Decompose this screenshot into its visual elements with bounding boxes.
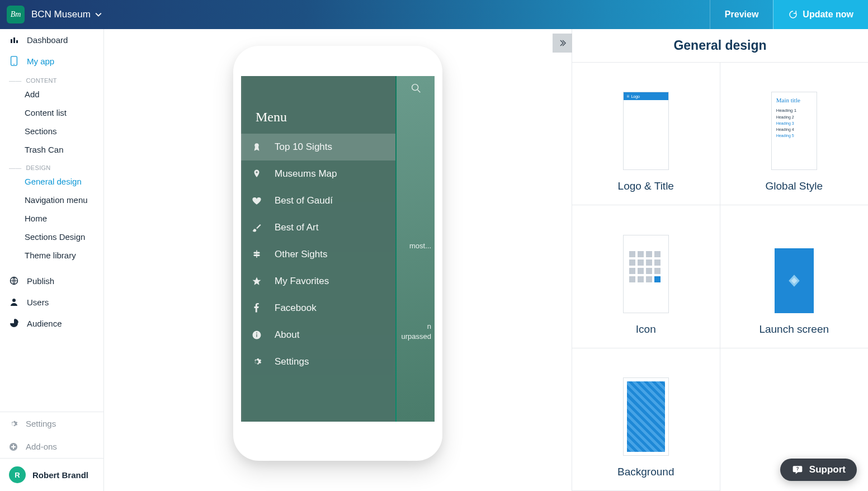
tile-thumb: ≡Logo	[623, 92, 669, 170]
globe-icon	[9, 276, 19, 286]
tile-thumb	[623, 377, 669, 456]
tile-thumb	[623, 235, 669, 313]
device-frame: most... n urpassed Menu Top 10 SightsMus…	[233, 46, 442, 461]
drawer-item-label: My Favorites	[275, 276, 329, 287]
drawer-item-label: Other Sights	[275, 249, 328, 260]
preview-button[interactable]: Preview	[710, 0, 773, 29]
drawer-item-label: Best of Art	[275, 222, 318, 233]
signpost-icon	[251, 249, 262, 260]
svg-point-6	[12, 299, 16, 302]
svg-point-10	[256, 171, 257, 173]
drawer-item-ribbon[interactable]: Top 10 Sights	[241, 134, 395, 160]
star-icon	[251, 276, 262, 287]
chevron-down-icon[interactable]	[95, 11, 102, 18]
tile-label: Icon	[636, 323, 656, 336]
sidebar-item-general-design[interactable]: General design	[0, 172, 103, 191]
refresh-icon	[788, 10, 798, 20]
update-now-button[interactable]: Update now	[773, 0, 868, 29]
heart-icon	[251, 195, 262, 206]
sidebar-user[interactable]: R Robert Brandl	[0, 458, 103, 491]
gear-icon	[251, 356, 262, 367]
sidebar-item-users[interactable]: Users	[0, 291, 103, 313]
drawer-title: Menu	[241, 76, 395, 134]
info-icon	[251, 329, 262, 341]
bg-text: urpassed	[402, 332, 431, 341]
gear-icon	[9, 419, 18, 428]
drawer-item-heart[interactable]: Best of Gaudí	[241, 187, 395, 214]
tile-global-style[interactable]: Main title Heading 1 Heading 2 Heading 3…	[720, 63, 869, 205]
drawer-item-info[interactable]: About	[241, 322, 395, 348]
tile-label: Logo & Title	[618, 180, 674, 192]
support-button[interactable]: ? Support	[780, 459, 857, 481]
tile-background[interactable]: Background	[572, 348, 720, 491]
drawer-item-brush[interactable]: Best of Art	[241, 214, 395, 241]
tile-launch-screen[interactable]: Launch screen	[720, 205, 869, 348]
pie-chart-icon	[9, 318, 19, 328]
sidebar-item-label: Audience	[27, 319, 62, 328]
drawer-item-label: Facebook	[275, 303, 317, 314]
svg-point-8	[412, 84, 418, 91]
panel-title: General design	[572, 29, 868, 63]
svg-point-13	[256, 332, 257, 333]
sidebar-item-publish[interactable]: Publish	[0, 270, 103, 291]
drawer-item-facebook[interactable]: Facebook	[241, 295, 395, 322]
sidebar-item-label: Users	[27, 298, 49, 307]
tile-icon[interactable]: Icon	[572, 205, 720, 348]
user-name: Robert Brandl	[32, 470, 88, 480]
device-screen: most... n urpassed Menu Top 10 SightsMus…	[241, 76, 435, 422]
support-label: Support	[809, 464, 846, 475]
app-title[interactable]: BCN Museum	[31, 9, 91, 20]
tile-thumb	[775, 248, 814, 313]
sidebar-item-audience[interactable]: Audience	[0, 313, 103, 334]
update-label: Update now	[803, 10, 853, 20]
avatar: R	[9, 466, 26, 483]
tile-label: Launch screen	[759, 323, 829, 336]
bg-text: most...	[409, 242, 431, 250]
util-label: Add-ons	[26, 442, 57, 451]
svg-rect-2	[16, 40, 18, 43]
sidebar-item-label: Publish	[27, 276, 54, 286]
svg-rect-1	[13, 37, 15, 43]
util-label: Settings	[26, 419, 56, 428]
drawer-item-star[interactable]: My Favorites	[241, 268, 395, 295]
drawer-item-signpost[interactable]: Other Sights	[241, 241, 395, 268]
svg-point-9	[254, 143, 259, 148]
svg-rect-12	[256, 334, 257, 337]
tile-label: Background	[617, 466, 674, 478]
sidebar-item-content-list[interactable]: Content list	[0, 103, 103, 122]
sidebar-util-settings[interactable]: Settings	[0, 412, 103, 435]
tile-logo-title[interactable]: ≡Logo Logo & Title	[572, 63, 720, 205]
sidebar-item-dashboard[interactable]: Dashboard	[0, 29, 103, 50]
sidebar-item-add[interactable]: Add	[0, 85, 103, 103]
sidebar-util-addons[interactable]: Add-ons	[0, 435, 103, 458]
phone-icon	[9, 56, 19, 66]
drawer-item-gear[interactable]: Settings	[241, 348, 395, 375]
svg-rect-0	[11, 39, 12, 43]
drawer-item-pin[interactable]: Museums Map	[241, 160, 395, 187]
right-panel: General design ≡Logo Logo & Title Main t…	[572, 29, 868, 491]
plus-circle-icon	[9, 442, 18, 451]
sidebar-section-design: —— DESIGN	[0, 159, 103, 172]
drawer-item-label: About	[275, 329, 299, 341]
sidebar-item-navigation-menu[interactable]: Navigation menu	[0, 191, 103, 209]
sidebar-item-sections[interactable]: Sections	[0, 122, 103, 140]
sidebar-item-home[interactable]: Home	[0, 209, 103, 228]
navigation-drawer: Menu Top 10 SightsMuseums MapBest of Gau…	[241, 76, 395, 422]
drawer-item-label: Settings	[275, 356, 309, 367]
search-icon[interactable]	[398, 76, 435, 101]
chat-icon: ?	[791, 464, 804, 475]
bg-text: n	[427, 322, 431, 331]
tile-label: Global Style	[766, 180, 823, 192]
collapse-panel-button[interactable]	[553, 34, 572, 53]
sidebar-item-label: My app	[27, 56, 54, 66]
facebook-icon	[251, 303, 262, 314]
sidebar-item-trash-can[interactable]: Trash Can	[0, 140, 103, 159]
drawer-item-label: Top 10 Sights	[275, 141, 332, 153]
ribbon-icon	[251, 141, 262, 153]
sidebar-item-my-app[interactable]: My app	[0, 50, 103, 72]
brush-icon	[251, 222, 262, 233]
app-logo: Bm	[7, 6, 25, 23]
sidebar-section-content: —— CONTENT	[0, 72, 103, 85]
sidebar-item-sections-design[interactable]: Sections Design	[0, 228, 103, 246]
sidebar-item-theme-library[interactable]: Theme library	[0, 246, 103, 265]
